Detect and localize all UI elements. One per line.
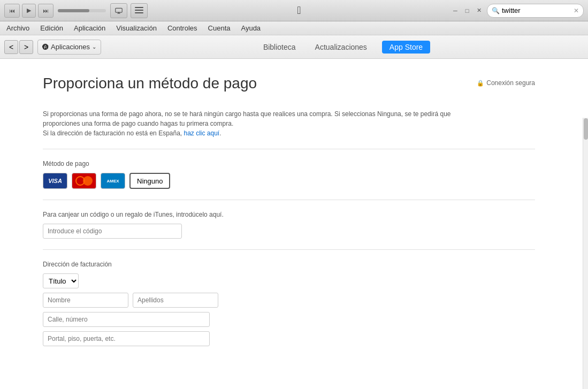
billing-section-label: Dirección de facturación — [43, 261, 535, 268]
svg-rect-3 — [135, 10, 143, 11]
title-row: Proporciona un método de pago 🔒 Conexión… — [43, 75, 535, 101]
mc-right-circle — [83, 176, 93, 186]
amex-label: AMEX — [106, 179, 119, 184]
back-button[interactable]: < — [4, 40, 18, 54]
airplay-button[interactable] — [110, 3, 127, 18]
app-selector-label: Aplicaciones — [51, 43, 90, 51]
code-input[interactable] — [43, 224, 182, 239]
menu-ayuda[interactable]: Ayuda — [239, 24, 263, 33]
content-inner: Proporciona un método de pago 🔒 Conexión… — [0, 59, 562, 362]
calle-input[interactable] — [43, 312, 210, 327]
menu-controles[interactable]: Controles — [165, 24, 200, 33]
progress-fill — [58, 9, 89, 12]
tab-actualizaciones[interactable]: Actualizaciones — [311, 41, 371, 54]
svg-rect-2 — [135, 7, 143, 8]
amex-card-button[interactable]: AMEX — [101, 173, 125, 189]
divider-1 — [43, 149, 535, 149]
haz-clic-link[interactable]: haz clic aquí — [184, 129, 220, 137]
mastercard-button[interactable] — [72, 173, 96, 189]
menu-bar: Archivo Edición Aplicación Visualización… — [0, 21, 588, 35]
title-bar: ⏮ ▶ ⏭  ─ □ ✕ 🔍 ✕ — [0, 0, 588, 21]
menu-cuenta[interactable]: Cuenta — [206, 24, 233, 33]
app-selector-dropdown[interactable]: 🅐 Aplicaciones ⌄ — [37, 40, 101, 55]
fast-forward-button[interactable]: ⏭ — [38, 4, 54, 18]
payment-methods: VISA AMEX Ninguno — [43, 173, 535, 189]
redeem-label: Para canjear un código o un regalo de iT… — [43, 211, 535, 218]
billing-section: Dirección de facturación Título Sr. Sra.… — [43, 261, 535, 346]
progress-bar[interactable] — [58, 9, 106, 12]
description-paragraph: Si proporcionas una forma de pago ahora,… — [43, 109, 498, 138]
clear-search-icon[interactable]: ✕ — [574, 7, 579, 14]
play-button[interactable]: ▶ — [22, 4, 36, 18]
lock-icon: 🔒 — [477, 80, 484, 87]
app-selector-icon: 🅐 — [42, 43, 49, 51]
desc-line1: Si proporcionas una forma de pago ahora,… — [43, 110, 451, 118]
list-view-button[interactable] — [131, 3, 148, 18]
payment-section: Método de pago VISA AMEX Ninguno — [43, 160, 535, 189]
menu-archivo[interactable]: Archivo — [4, 24, 32, 33]
nav-arrows: < > — [4, 40, 33, 54]
desc-line3-prefix: Si la dirección de facturación no está e… — [43, 129, 184, 137]
page-title: Proporciona un método de pago — [43, 75, 257, 92]
divider-2 — [43, 200, 535, 200]
transport-controls: ⏮ ▶ ⏭ — [4, 3, 127, 18]
search-container: 🔍 ✕ — [487, 4, 584, 18]
content-area: Proporciona un método de pago 🔒 Conexión… — [0, 59, 588, 389]
visa-label: VISA — [48, 178, 62, 184]
menu-visualizacion[interactable]: Visualización — [114, 24, 159, 33]
apellidos-input[interactable] — [133, 293, 218, 308]
forward-button[interactable]: > — [19, 40, 33, 54]
desc-line2: proporciones una forma de pago cuando ha… — [43, 120, 233, 127]
close-button[interactable]: ✕ — [474, 6, 484, 16]
calle-row — [43, 312, 535, 327]
minimize-button[interactable]: ─ — [450, 6, 460, 16]
redeem-section: Para canjear un código o un regalo de iT… — [43, 211, 535, 239]
nav-tabs: Biblioteca Actualizaciones App Store — [105, 41, 584, 54]
secure-connection: 🔒 Conexión segura — [477, 79, 535, 87]
svg-rect-0 — [116, 8, 122, 12]
portal-input[interactable] — [43, 331, 210, 346]
portal-row — [43, 331, 535, 346]
menu-edicion[interactable]: Edición — [38, 24, 65, 33]
svg-rect-4 — [135, 12, 143, 13]
maximize-button[interactable]: □ — [462, 6, 472, 16]
payment-section-label: Método de pago — [43, 160, 535, 167]
name-row — [43, 293, 535, 308]
search-input[interactable] — [502, 6, 571, 14]
nav-bar: < > 🅐 Aplicaciones ⌄ Biblioteca Actualiz… — [0, 35, 588, 59]
apple-logo:  — [151, 4, 447, 17]
ninguno-button[interactable]: Ninguno — [129, 173, 170, 189]
divider-3 — [43, 249, 535, 250]
scrollbar[interactable] — [583, 118, 588, 389]
tab-app-store[interactable]: App Store — [382, 41, 430, 54]
visa-card-button[interactable]: VISA — [43, 173, 67, 189]
window-controls: ─ □ ✕ — [450, 6, 484, 16]
titulo-row: Título Sr. Sra. Srta. Dr. — [43, 273, 535, 293]
scrollbar-thumb[interactable] — [584, 118, 588, 140]
rewind-button[interactable]: ⏮ — [4, 4, 20, 18]
search-icon: 🔍 — [492, 7, 500, 14]
secure-label: Conexión segura — [486, 79, 535, 87]
menu-aplicacion[interactable]: Aplicación — [72, 24, 108, 33]
chevron-down-icon: ⌄ — [92, 44, 96, 50]
tab-biblioteca[interactable]: Biblioteca — [259, 41, 300, 54]
nombre-input[interactable] — [43, 293, 128, 308]
desc-suffix: . — [219, 129, 221, 137]
titulo-select[interactable]: Título Sr. Sra. Srta. Dr. — [43, 273, 79, 288]
